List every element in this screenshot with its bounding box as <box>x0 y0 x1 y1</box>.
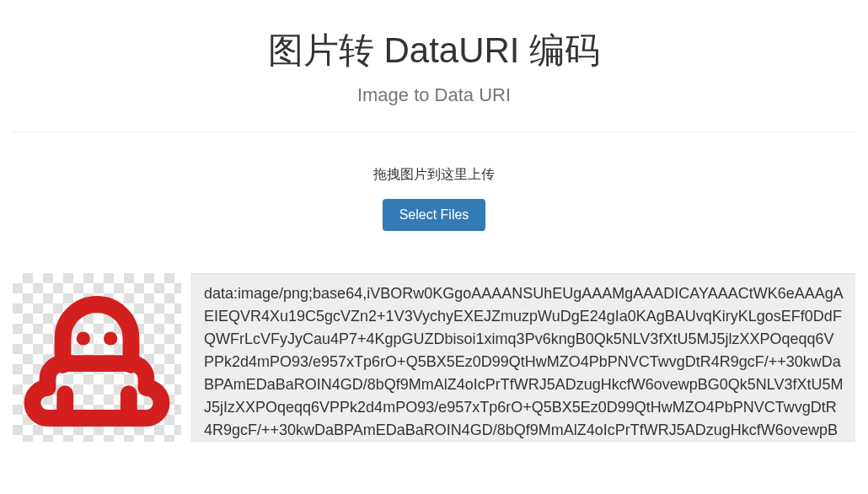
svg-point-1 <box>104 331 117 345</box>
preview-icon <box>21 282 173 433</box>
image-preview <box>13 273 181 442</box>
upload-hint: 拖拽图片到这里上传 <box>13 166 855 184</box>
result-row <box>13 273 855 442</box>
page-title: 图片转 DataURI 编码 <box>13 27 855 74</box>
svg-point-0 <box>77 331 90 345</box>
datauri-output[interactable] <box>191 273 855 442</box>
page-subtitle: Image to Data URI <box>13 84 855 106</box>
select-files-button[interactable]: Select Files <box>383 199 486 231</box>
upload-dropzone[interactable]: 拖拽图片到这里上传 Select Files <box>13 132 855 265</box>
